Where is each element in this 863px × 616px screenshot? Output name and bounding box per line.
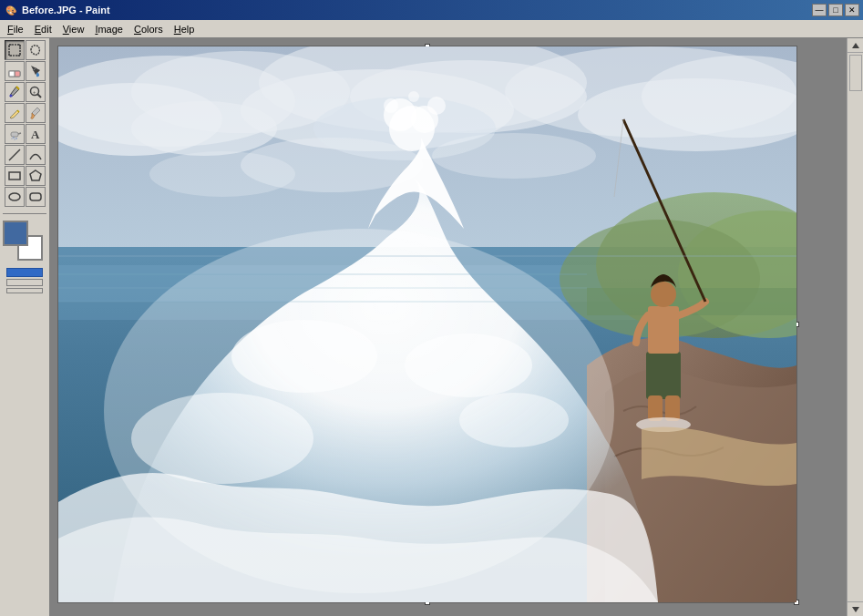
menu-view[interactable]: View: [57, 22, 90, 36]
tool-grid: +: [5, 40, 46, 207]
toolbar-divider: [3, 213, 46, 214]
svg-text:A: A: [31, 128, 40, 141]
tool-text[interactable]: A: [26, 124, 46, 144]
svg-point-16: [11, 138, 12, 139]
menu-help[interactable]: Help: [169, 22, 200, 36]
ellipse-icon: [7, 190, 22, 204]
svg-point-15: [14, 139, 15, 139]
tool-line[interactable]: [5, 145, 25, 165]
canvas-wrapper[interactable]: [50, 38, 847, 616]
scroll-thumb-right[interactable]: [849, 55, 862, 91]
window-controls: — □ ✕: [812, 4, 859, 16]
rounded-rect-icon: [28, 190, 43, 204]
canvas-border: [57, 46, 797, 603]
tool-rectangle[interactable]: [5, 166, 25, 186]
tool-eraser[interactable]: [5, 61, 25, 81]
svg-rect-19: [9, 172, 20, 180]
svg-point-52: [131, 393, 313, 484]
scroll-up-icon: [852, 43, 859, 48]
close-button[interactable]: ✕: [845, 4, 859, 16]
svg-rect-21: [30, 193, 41, 200]
tool-pencil[interactable]: [5, 103, 25, 123]
main-area: +: [0, 38, 863, 616]
airbrush-icon: [7, 127, 22, 141]
right-scrollbar[interactable]: [847, 38, 863, 616]
tool-brush[interactable]: [26, 103, 46, 123]
svg-point-53: [405, 334, 532, 397]
fill-icon: [28, 64, 43, 78]
foreground-color-box[interactable]: [3, 221, 28, 246]
eraser-icon: [7, 64, 22, 78]
scroll-down-icon: [852, 607, 859, 612]
svg-rect-11: [11, 132, 18, 137]
scroll-down-button[interactable]: [848, 601, 863, 616]
maximize-button[interactable]: □: [828, 4, 843, 16]
svg-rect-61: [648, 395, 663, 421]
svg-rect-62: [665, 395, 680, 421]
svg-rect-58: [646, 352, 681, 399]
svg-point-48: [427, 97, 446, 115]
svg-point-50: [408, 91, 419, 102]
scroll-track-right[interactable]: [848, 53, 863, 601]
magnify-icon: +: [28, 85, 43, 99]
tool-select-free[interactable]: [26, 40, 46, 60]
size-option-large[interactable]: [6, 268, 43, 277]
tool-airbrush[interactable]: [5, 124, 25, 144]
svg-point-36: [149, 151, 295, 197]
svg-line-12: [18, 133, 21, 134]
svg-point-20: [9, 193, 20, 200]
app-icon: 🎨: [4, 3, 18, 17]
svg-point-49: [384, 98, 398, 113]
menu-file[interactable]: File: [2, 22, 29, 36]
tool-eyedropper[interactable]: [5, 82, 25, 102]
svg-rect-3: [9, 71, 15, 77]
menu-edit[interactable]: Edit: [29, 22, 57, 36]
menu-image[interactable]: Image: [89, 22, 128, 36]
select-free-icon: [28, 43, 43, 57]
svg-rect-0: [9, 45, 20, 56]
beach-scene-svg: [58, 46, 796, 602]
pencil-icon: [7, 106, 22, 120]
title-bar: 🎨 Before.JPG - Paint — □ ✕: [0, 0, 863, 20]
svg-point-60: [651, 282, 676, 307]
svg-point-13: [13, 137, 15, 139]
text-icon: A: [28, 127, 43, 141]
size-option-small[interactable]: [6, 288, 43, 293]
svg-point-5: [9, 95, 12, 98]
menu-bar: File Edit View Image Colors Help: [0, 20, 863, 38]
svg-point-51: [231, 320, 377, 393]
polygon-icon: [28, 169, 43, 183]
menu-colors[interactable]: Colors: [128, 22, 169, 36]
minimize-button[interactable]: —: [812, 4, 827, 16]
color-box-container: [3, 221, 43, 261]
svg-point-54: [459, 393, 569, 447]
tool-curve[interactable]: [26, 145, 46, 165]
tool-fill[interactable]: [26, 61, 46, 81]
curve-icon: [28, 148, 43, 162]
svg-rect-2: [15, 71, 20, 77]
select-rect-icon: [7, 43, 22, 57]
svg-line-18: [9, 149, 20, 160]
brush-icon: [28, 106, 43, 120]
beach-image: [58, 46, 796, 602]
size-option-medium[interactable]: [6, 279, 43, 286]
tool-polygon[interactable]: [26, 166, 46, 186]
scroll-up-button[interactable]: [848, 38, 863, 53]
tool-select-rect[interactable]: [5, 40, 25, 60]
title-text: Before.JPG - Paint: [22, 5, 812, 15]
svg-text:+: +: [33, 89, 36, 95]
svg-line-8: [37, 94, 41, 98]
rectangle-icon: [7, 169, 22, 183]
tool-ellipse[interactable]: [5, 187, 25, 207]
canvas-container: [57, 46, 797, 603]
tool-magnify[interactable]: +: [26, 82, 46, 102]
svg-rect-59: [648, 306, 679, 354]
tool-rounded-rect[interactable]: [26, 187, 46, 207]
toolbar: +: [0, 38, 50, 616]
svg-point-14: [15, 138, 17, 139]
eyedropper-icon: [7, 85, 22, 99]
size-options: [6, 268, 43, 293]
line-icon: [7, 148, 22, 162]
svg-point-35: [432, 133, 596, 179]
color-section: [3, 221, 46, 261]
